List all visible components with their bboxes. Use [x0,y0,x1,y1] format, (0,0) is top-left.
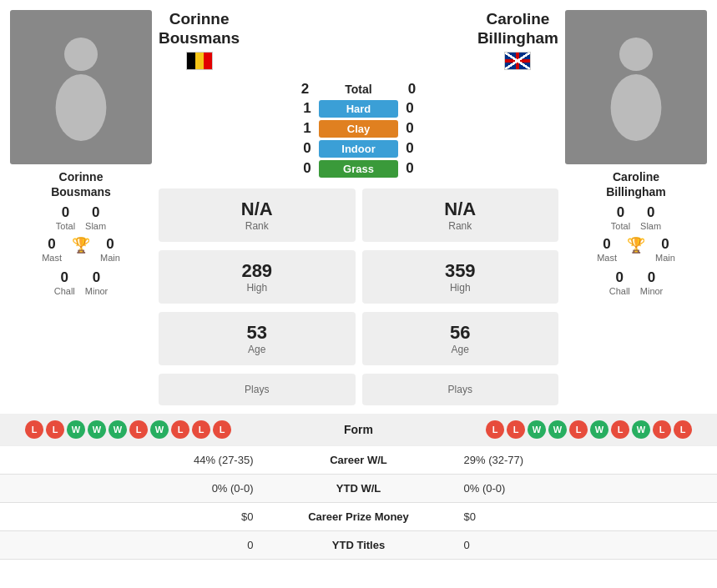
right-plays-panel: Plays [362,374,559,405]
stats-table: 44% (27-35) Career W/L 29% (32-77) 0% (0… [0,446,717,560]
right-player-header: Caroline Billingham [477,10,558,70]
right-player-title: Caroline Billingham [477,10,558,48]
right-career-prize: $0 [451,502,718,530]
right-player-card: Caroline Billingham 0 Total 0 Slam 0 Mas… [565,10,707,405]
right-player-name: Caroline Billingham [606,169,666,199]
right-plays-label: Plays [369,384,553,395]
hard-row: 1 Hard 0 [159,100,558,118]
career-prize-row: $0 Career Prize Money $0 [0,502,717,530]
left-player-header: Corinne Bousmans [159,10,240,70]
loss-badge: L [171,420,189,439]
center-age-panel: 53 Age 56 Age [159,312,558,365]
right-trophy-icon: 🏆 [627,236,645,254]
left-rank-value: N/A [165,199,349,220]
win-badge: W [632,420,650,439]
left-high-label: High [165,282,349,294]
left-age-label: Age [165,344,349,355]
right-rank-value: N/A [369,199,553,220]
left-high-value: 289 [165,260,349,282]
left-career-wl: 44% (27-35) [0,446,267,475]
right-total-stat: 0 Total [611,204,630,231]
win-badge: W [590,420,608,439]
right-high-value: 359 [369,260,553,282]
right-flag-box [477,52,558,70]
svg-point-2 [619,38,653,71]
win-badge: W [67,420,85,439]
left-age-value: 53 [165,322,349,344]
svg-point-3 [611,74,662,141]
loss-badge: L [569,420,588,439]
loss-badge: L [507,420,525,439]
right-player-avatar [565,10,707,164]
ytd-titles-label: YTD Titles [267,530,451,559]
names-flags-row: Corinne Bousmans Caroline Billingham [159,10,558,70]
left-rank-label: Rank [165,220,349,232]
right-ytd-titles: 0 [451,530,718,559]
left-minor-stat: 0 Minor [85,269,109,296]
grass-button: Grass [319,160,398,178]
right-chall-stat: 0 Chall [609,269,630,296]
career-wl-row: 44% (27-35) Career W/L 29% (32-77) [0,446,717,475]
loss-badge: L [192,420,210,439]
loss-badge: L [25,420,43,439]
right-age-panel: 56 Age [362,312,559,365]
left-trophy-icon: 🏆 [72,236,90,254]
left-player-stat-row3: 0 Chall 0 Minor [10,269,152,296]
win-badge: W [109,420,127,439]
right-slam-stat: 0 Slam [640,204,661,231]
center-plays-panel: Plays Plays [159,374,558,405]
center-high-panel: 289 High 359 High [159,250,558,304]
right-career-wl: 29% (32-77) [451,446,718,475]
right-rank-label: Rank [369,220,553,232]
career-prize-label: Career Prize Money [267,502,451,530]
hard-button: Hard [319,100,398,118]
left-plays-label: Plays [165,384,349,395]
ytd-wl-label: YTD W/L [267,474,451,502]
left-ytd-titles: 0 [0,530,267,559]
right-high-panel: 359 High [362,250,559,304]
bottom-section: LLWWWLWLLL Form LLWWLWLWLL 44% (27-35) C… [0,414,717,560]
right-player-stat-row2: 0 Mast 🏆 0 Main [565,236,707,264]
left-high-panel: 289 High [159,250,356,304]
left-main-stat: 0 Main [100,236,120,264]
loss-badge: L [46,420,64,439]
svg-point-0 [64,38,98,71]
svg-point-1 [56,74,107,141]
clay-row: 1 Clay 0 [159,120,558,138]
loss-badge: L [129,420,148,439]
right-mast-stat: 0 Mast [597,236,617,264]
right-main-stat: 0 Main [655,236,675,264]
right-high-label: High [369,282,553,294]
left-mast-stat: 0 Mast [42,236,62,264]
loss-badge: L [486,420,504,439]
left-flag-box [159,52,240,70]
form-row: LLWWWLWLLL Form LLWWLWLWLL [0,414,717,446]
clay-button: Clay [319,120,398,138]
right-ytd-wl: 0% (0-0) [451,474,718,502]
ytd-wl-row: 0% (0-0) YTD W/L 0% (0-0) [0,474,717,502]
left-stat-panel: N/A Rank [159,188,356,242]
center-stats-panel: N/A Rank N/A Rank [159,188,558,242]
career-wl-label: Career W/L [267,446,451,475]
win-badge: W [548,420,567,439]
loss-badge: L [611,420,629,439]
center-area: Corinne Bousmans Caroline Billingham [159,10,558,405]
belgium-flag-icon [186,52,213,70]
right-age-label: Age [369,344,553,355]
right-player-stat-row3: 0 Chall 0 Minor [565,269,707,296]
right-minor-stat: 0 Minor [640,269,664,296]
ytd-titles-row: 0 YTD Titles 0 [0,530,717,559]
top-section: Corinne Bousmans 0 Total 0 Slam 0 Mast [0,0,717,405]
total-row: 2 Total 0 [159,81,558,98]
indoor-row: 0 Indoor 0 [159,140,558,158]
left-chall-stat: 0 Chall [54,269,75,296]
left-total-stat: 0 Total [56,204,75,231]
total-label: Total [317,83,401,96]
left-player-title: Corinne Bousmans [159,10,240,48]
uk-flag-icon [504,52,531,70]
left-ytd-wl: 0% (0-0) [0,474,267,502]
left-player-avatar [10,10,152,164]
right-form-badges: LLWWLWLWLL [434,420,709,439]
left-age-panel: 53 Age [159,312,356,365]
indoor-button: Indoor [319,140,398,158]
